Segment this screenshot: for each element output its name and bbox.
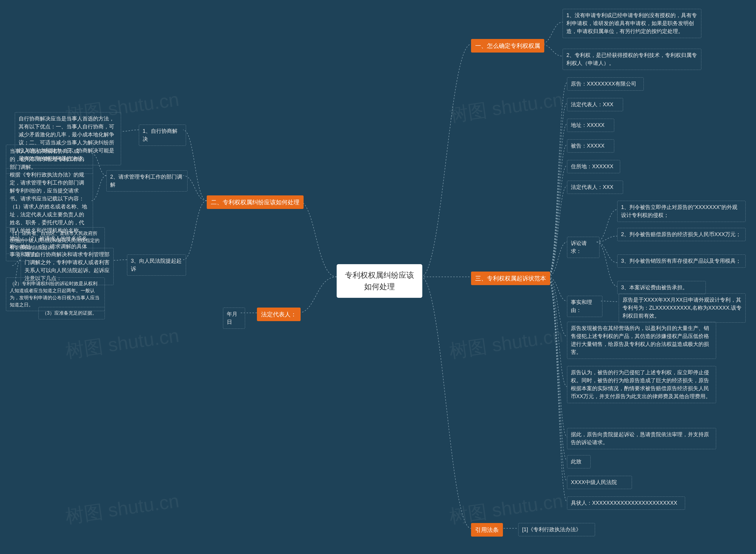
b3-court[interactable]: XXXX中级人民法院 (567, 476, 632, 489)
b2-c3-e2[interactable]: （2）专利申请权纠纷的诉讼时效是从权利人知道或者应当知道之日起两年。一般认为，发… (6, 277, 105, 311)
b3-legalrep-1[interactable]: 法定代表人：XXX (567, 98, 623, 111)
branch-2[interactable]: 二、专利权权属纠纷应该如何处理 (207, 196, 304, 209)
b3-facts-label[interactable]: 事实和理由： (567, 296, 602, 317)
b3-claim-2[interactable]: 2、判令被告赔偿原告的经济损失人民币XXX万元； (617, 228, 746, 241)
branch-4[interactable]: 引用法条 (471, 523, 503, 537)
b3-address[interactable]: 地址：XXXXX (567, 119, 614, 132)
b3-claims-label[interactable]: 诉讼请求： (567, 237, 600, 258)
watermark: 树图 shutu.cn (448, 323, 565, 364)
b2-c3[interactable]: 3、向人民法院提起起诉 (127, 255, 186, 276)
b2-c2[interactable]: 2、请求管理专利工作的部门调解 (106, 170, 188, 191)
watermark: 树图 shutu.cn (448, 87, 565, 128)
b2-c1[interactable]: 1、自行协商解决 (139, 124, 186, 146)
b3-para-3[interactable]: 据此，原告向贵院提起诉讼，恳请贵院依法审理，并支持原告的诉讼请求。 (567, 428, 716, 449)
b5-leaf-1[interactable]: 年月日 (223, 308, 245, 329)
b3-claim-1[interactable]: 1、判令被告立即停止对原告的“XXXXXXX”的外观设计专利权的侵权； (617, 201, 746, 222)
b3-plaintiff[interactable]: 原告：XXXXXXXX有限公司 (567, 77, 644, 91)
b3-para-1[interactable]: 原告发现被告在其经营场所内，以盈利为目的大量生产、销售侵犯上述专利权的产品，其仿… (567, 322, 716, 359)
b3-para-2[interactable]: 原告认为，被告的行为已侵犯了上述专利权，应立即停止侵权。同时，被告的行为给原告造… (567, 366, 716, 403)
b1-leaf-2[interactable]: 2、专利权，是已经获得授权的专利技术，专利权归属专利权人（申请人）。 (563, 49, 701, 70)
b3-defendant[interactable]: 被告：XXXXX (567, 139, 614, 153)
watermark: 树图 shutu.cn (64, 488, 181, 529)
b3-legalrep-2[interactable]: 法定代表人：XXX (567, 181, 623, 194)
b3-residence[interactable]: 住所地：XXXXXX (567, 160, 620, 173)
branch-1[interactable]: 一、怎么确定专利权权属 (471, 39, 544, 53)
branch-3[interactable]: 三、专利权权属起诉状范本 (471, 272, 550, 285)
b3-claim-3[interactable]: 3、判令被告销毁所有库存侵权产品以及专用模具； (617, 255, 746, 268)
watermark: 树图 shutu.cn (64, 323, 181, 364)
branch-5[interactable]: 法定代表人： (257, 308, 301, 321)
b2-c3-e1[interactable]: （1）应向省、自治区、直辖市人民政府所在地的中级人民法院和最高人民法院指定的有管… (6, 227, 105, 254)
b2-c3-e3[interactable]: （3）应准备充足的证据。 (38, 307, 105, 319)
b3-facts-1[interactable]: 原告是于XXXX年XX月XX日申请外观设计专利，其专利号为：ZLXXXXXXXX… (619, 293, 746, 323)
b3-claim-4[interactable]: 3、本案诉讼费由被告承担。 (617, 281, 706, 294)
b1-leaf-1[interactable]: 1、没有申请专利或已经申请专利的没有授权的，具有专利申请权，谁研发的谁具有申请权… (563, 9, 701, 38)
b4-leaf-1[interactable]: [1]《专利行政执法办法》 (518, 523, 595, 536)
b3-signer[interactable]: 具状人：XXXXXXXXXXXXXXXXXXXXXXXX (567, 496, 685, 510)
root-node[interactable]: 专利权权属纠纷应该如何处理 (337, 264, 422, 298)
b3-closing[interactable]: 此致 (567, 455, 591, 468)
